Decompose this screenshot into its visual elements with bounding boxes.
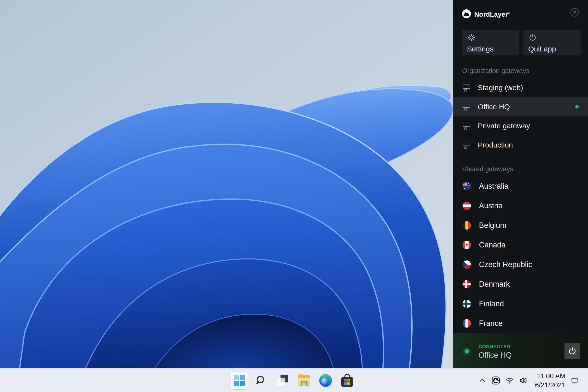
disconnect-button[interactable]	[564, 343, 580, 359]
network-monitor-icon	[462, 84, 471, 92]
tray-overflow-button[interactable]	[478, 376, 487, 385]
flag-finland-icon	[462, 300, 471, 308]
country-label: Denmark	[479, 280, 510, 288]
connected-indicator	[462, 347, 471, 356]
edge-browser-button[interactable]	[317, 372, 334, 389]
desktop-screen: NordLayer® ? Settings	[0, 0, 588, 392]
gateway-item-denmark[interactable]: Denmark	[453, 274, 588, 294]
connection-status-text: CONNECTED	[478, 344, 510, 349]
gateway-label: Private gateway	[478, 122, 530, 130]
wifi-tray-button[interactable]	[505, 376, 514, 385]
clock[interactable]: 11:00 AM 6/21/2021	[535, 372, 566, 390]
gateway-item-office-hq[interactable]: Office HQ	[453, 97, 588, 116]
tray-time: 11:00 AM	[535, 372, 566, 380]
quit-app-button[interactable]: Quit app	[523, 30, 581, 55]
search-button[interactable]	[252, 372, 269, 389]
search-icon	[256, 375, 266, 386]
flag-canada-icon	[462, 241, 471, 249]
gateway-item-finland[interactable]: Finland	[453, 294, 588, 314]
gateway-item-staging-web[interactable]: Staging (web)	[453, 78, 588, 97]
taskbar: 11:00 AM 6/21/2021	[0, 368, 588, 392]
volume-icon	[519, 376, 528, 385]
nordlayer-tray-icon	[491, 376, 500, 385]
nordlayer-logo-icon	[462, 9, 471, 18]
quit-app-label: Quit app	[528, 45, 581, 53]
gateway-item-private-gateway[interactable]: Private gateway	[453, 116, 588, 136]
nordlayer-panel: NordLayer® ? Settings	[453, 0, 588, 368]
network-monitor-icon	[462, 103, 471, 111]
settings-button[interactable]: Settings	[462, 30, 520, 55]
microsoft-store-icon	[341, 374, 353, 386]
flag-france-icon	[462, 319, 471, 328]
power-icon	[528, 33, 537, 42]
connected-gateway-name: Office HQ	[478, 351, 512, 360]
connected-status-dot	[575, 105, 579, 108]
task-view-button[interactable]	[274, 372, 291, 389]
gateway-label: Staging (web)	[478, 84, 523, 92]
power-icon	[568, 346, 577, 356]
gateway-item-france[interactable]: France	[453, 314, 588, 333]
country-label: Canada	[479, 240, 506, 250]
network-monitor-icon	[462, 122, 471, 130]
organization-gateway-list: Staging (web) Office HQ	[453, 78, 588, 154]
file-explorer-icon	[298, 375, 310, 386]
notification-center-button[interactable]	[570, 376, 579, 385]
country-label: Belgium	[479, 221, 506, 230]
tray-date: 6/21/2021	[535, 380, 566, 390]
country-label: France	[479, 319, 502, 328]
taskbar-center-icons	[231, 368, 356, 392]
organization-gateways-heading: Organization gateways	[453, 55, 588, 78]
gateway-item-australia[interactable]: Australia	[453, 176, 588, 196]
microsoft-store-button[interactable]	[339, 372, 356, 389]
country-label: Finland	[479, 300, 504, 308]
country-label: Austria	[479, 202, 502, 210]
flag-australia-icon	[462, 182, 471, 190]
app-title: NordLayer®	[474, 11, 510, 18]
trademark-symbol: ®	[508, 12, 510, 15]
file-explorer-button[interactable]	[296, 372, 312, 389]
settings-label: Settings	[467, 45, 520, 53]
connection-status-bar: CONNECTED Office HQ	[453, 333, 588, 370]
shared-gateway-list: Australia Austria	[453, 176, 588, 333]
volume-tray-button[interactable]	[519, 376, 528, 385]
shared-gateways-heading: Shared gateways	[453, 154, 588, 176]
wifi-icon	[505, 376, 514, 385]
windows-logo-icon	[234, 375, 245, 386]
gateway-item-belgium[interactable]: Belgium	[453, 216, 588, 235]
chevron-up-icon	[478, 377, 486, 384]
nordlayer-tray-button[interactable]	[491, 376, 500, 385]
question-mark-icon: ?	[573, 9, 576, 16]
flag-denmark-icon	[462, 280, 471, 288]
flag-austria-icon	[462, 202, 471, 210]
country-label: Czech Republic	[479, 260, 532, 269]
gateway-item-canada[interactable]: Canada	[453, 235, 588, 255]
panel-actions: Settings Quit app	[453, 27, 588, 55]
system-tray: 11:00 AM 6/21/2021	[473, 368, 579, 392]
country-label: Australia	[479, 182, 508, 190]
gateway-item-production[interactable]: Production	[453, 136, 588, 154]
connected-indicator-dot	[464, 349, 469, 354]
flag-czech-republic-icon	[462, 260, 471, 269]
help-button[interactable]: ?	[570, 8, 579, 17]
network-monitor-icon	[462, 141, 471, 149]
panel-header: NordLayer® ?	[453, 0, 588, 27]
gateway-item-austria[interactable]: Austria	[453, 196, 588, 216]
gateway-label: Production	[478, 141, 513, 149]
edge-browser-icon	[319, 374, 332, 387]
gear-icon	[467, 33, 476, 42]
task-view-icon	[276, 374, 288, 386]
notification-bubble-icon	[570, 376, 579, 385]
start-button[interactable]	[231, 372, 248, 389]
gateway-item-czech-republic[interactable]: Czech Republic	[453, 255, 588, 274]
flag-belgium-icon	[462, 221, 471, 230]
gateway-label: Office HQ	[478, 103, 510, 111]
